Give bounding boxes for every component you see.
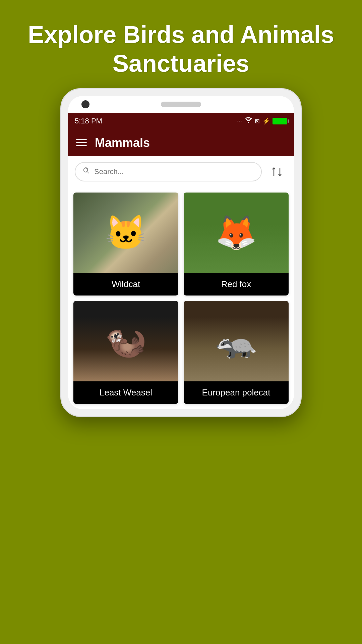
signal-icon: ··· bbox=[237, 117, 242, 124]
wildcat-label: Wildcat bbox=[73, 273, 178, 296]
page-title: Explore Birds and Animals Sanctuaries bbox=[13, 20, 349, 78]
search-input[interactable] bbox=[94, 167, 254, 176]
phone-camera bbox=[81, 100, 89, 108]
menu-button[interactable] bbox=[76, 139, 87, 146]
animal-card-wildcat[interactable]: Wildcat bbox=[73, 193, 178, 296]
search-sort-bar bbox=[68, 156, 294, 187]
status-icons: ··· ⊠ ⚡ bbox=[237, 117, 287, 125]
hamburger-line-3 bbox=[76, 145, 87, 146]
status-time: 5:18 PM bbox=[75, 117, 102, 125]
phone-speaker bbox=[161, 102, 201, 107]
animal-card-least-weasel[interactable]: Least Weasel bbox=[73, 301, 178, 404]
wildcat-image bbox=[73, 193, 178, 273]
app-header: Mammals bbox=[68, 129, 294, 156]
redfox-image bbox=[184, 193, 289, 273]
hamburger-line-1 bbox=[76, 139, 87, 140]
animal-card-european-polecat[interactable]: European polecat bbox=[184, 301, 289, 404]
page-header: Explore Birds and Animals Sanctuaries bbox=[0, 0, 362, 88]
status-bar: 5:18 PM ··· ⊠ ⚡ bbox=[68, 113, 294, 129]
search-icon bbox=[82, 167, 90, 177]
sim-icon: ⊠ bbox=[255, 117, 260, 125]
animal-grid: Wildcat Red fox Least Weasel European po… bbox=[68, 187, 294, 409]
redfox-label: Red fox bbox=[184, 273, 289, 296]
phone-top-bar bbox=[68, 96, 294, 113]
animal-card-red-fox[interactable]: Red fox bbox=[184, 193, 289, 296]
app-bar-title: Mammals bbox=[95, 136, 150, 150]
wifi-icon bbox=[245, 117, 252, 125]
polecat-label: European polecat bbox=[184, 381, 289, 404]
charging-icon: ⚡ bbox=[262, 117, 270, 125]
hamburger-line-2 bbox=[76, 142, 87, 143]
weasel-label: Least Weasel bbox=[73, 381, 178, 404]
sort-button[interactable] bbox=[267, 162, 287, 182]
polecat-image bbox=[184, 301, 289, 381]
phone-frame: 5:18 PM ··· ⊠ ⚡ Mammals bbox=[60, 88, 302, 417]
phone-screen: 5:18 PM ··· ⊠ ⚡ Mammals bbox=[68, 96, 294, 409]
battery-icon bbox=[273, 118, 287, 124]
weasel-image bbox=[73, 301, 178, 381]
search-box[interactable] bbox=[75, 162, 262, 181]
